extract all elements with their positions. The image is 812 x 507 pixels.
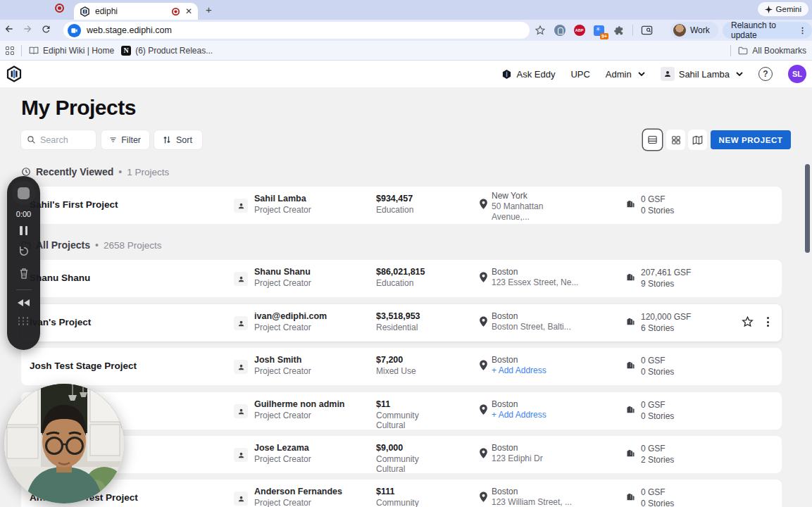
bookmark-product-releases[interactable]: N (6) Product Releas... [121, 46, 213, 56]
project-budget: $934,457 [376, 194, 443, 204]
relaunch-button[interactable]: Relaunch to update ⋮ [723, 22, 812, 39]
camera-in-use-icon[interactable] [68, 24, 81, 37]
recording-indicator-icon [55, 4, 64, 13]
extension-adblock-icon[interactable]: ABP [573, 25, 585, 37]
location-pin-icon [479, 272, 488, 286]
side-panel-icon[interactable] [641, 25, 653, 37]
rewind-button[interactable] [18, 299, 30, 306]
search-input[interactable] [40, 135, 89, 145]
toolbar-separator [632, 25, 633, 36]
pause-recording-button[interactable] [20, 226, 27, 235]
url-text: web.stage.ediphi.com [87, 25, 172, 35]
project-gsf: 0 GSF [641, 194, 674, 205]
bookmarks-right-separator [730, 45, 731, 56]
chevron-down-icon [638, 72, 645, 76]
creator-icon [234, 272, 248, 286]
tab-close-icon[interactable]: ✕ [185, 7, 192, 15]
add-address-link[interactable]: + Add Address [492, 365, 582, 375]
ask-eddy-button[interactable]: Ask Eddy [501, 69, 555, 80]
filter-button[interactable]: Filter [101, 130, 149, 149]
new-project-button[interactable]: NEW PROJECT [711, 130, 791, 149]
project-row[interactable]: Jose LezamaProject Creator $9,000Communi… [21, 436, 782, 473]
nav-upc[interactable]: UPC [570, 69, 589, 80]
reload-button[interactable] [37, 24, 55, 37]
location-pin-icon [479, 448, 488, 462]
extension-badge: 9+ [600, 33, 608, 39]
project-row[interactable]: Sahil's First Project Sahil LambaProject… [21, 187, 782, 224]
project-row[interactable]: Anderson's Test Project Anderson Fernand… [21, 480, 782, 507]
building-icon [625, 198, 636, 211]
chevron-down-icon [736, 72, 743, 76]
project-row[interactable]: Guilherme non adminProject Creator $11Co… [21, 392, 782, 430]
project-row[interactable]: Ivan's Project ivan@ediphi.comProject Cr… [21, 304, 782, 342]
bookmark-star-icon[interactable] [534, 25, 546, 37]
section-all-projects: All Projects • 2658 Projects [21, 239, 162, 251]
list-view-button[interactable] [643, 130, 662, 150]
tab-title: ediphi [95, 6, 166, 16]
extension-notifier-icon[interactable]: 9+ [593, 25, 605, 37]
stop-icon [18, 187, 30, 199]
bookmarks-separator [21, 45, 22, 56]
location-pin-icon [479, 199, 488, 213]
project-name[interactable]: Sahil's First Project [30, 199, 118, 210]
grid-view-button[interactable] [666, 130, 685, 150]
grid-view-icon [671, 135, 681, 145]
bookmark-ediphi-wiki[interactable]: Ediphi Wiki | Home [29, 46, 114, 56]
project-name[interactable]: Josh Test Stage Project [30, 361, 137, 371]
browser-tab[interactable]: ediphi ✕ [74, 3, 198, 20]
search-box[interactable] [21, 130, 96, 149]
extension-privacy-icon[interactable] [554, 25, 566, 37]
sort-button[interactable]: Sort [154, 130, 202, 149]
effects-icon[interactable] [18, 317, 30, 325]
row-menu-icon[interactable] [767, 317, 769, 327]
chrome-menu-icon[interactable]: ⋮ [799, 27, 806, 35]
back-button[interactable] [0, 23, 18, 37]
creator-icon [234, 448, 248, 462]
app-header: Ask Eddy UPC Admin Sahil Lamba ? SL [0, 61, 812, 87]
creator-icon [234, 199, 248, 213]
project-address: 50 Manhattan Avenue,... [492, 201, 582, 222]
profile-button[interactable]: Work [670, 22, 718, 39]
project-type: Education [376, 205, 443, 215]
building-icon [625, 359, 636, 373]
project-row[interactable]: Josh Test Stage Project Josh SmithProjec… [21, 348, 782, 385]
new-tab-button[interactable]: + [206, 4, 212, 15]
profile-label: Work [690, 25, 710, 35]
apps-grid-icon[interactable] [6, 46, 14, 55]
creator-icon [234, 360, 248, 374]
screen-recorder-toolbar: 0:00 [7, 176, 40, 350]
extensions-puzzle-icon[interactable] [613, 25, 625, 37]
scrollbar-thumb[interactable] [805, 164, 810, 253]
user-menu[interactable]: Sahil Lamba [661, 67, 743, 81]
all-bookmarks-button[interactable]: All Bookmarks [738, 46, 806, 56]
add-address-link[interactable]: + Add Address [492, 410, 582, 420]
address-bar[interactable]: web.stage.ediphi.com [63, 22, 530, 39]
restart-recording-button[interactable] [18, 245, 30, 258]
stop-recording-button[interactable] [12, 181, 36, 205]
toolbar-divider [16, 289, 32, 290]
person-icon [661, 67, 675, 81]
browser-tab-strip: ediphi ✕ + Gemini [0, 0, 812, 20]
notion-icon: N [121, 46, 131, 56]
forward-button[interactable] [18, 23, 37, 37]
recording-timer: 0:00 [16, 210, 31, 218]
creator-role: Project Creator [254, 205, 311, 215]
avatar[interactable]: SL [788, 65, 806, 83]
profile-avatar [673, 24, 686, 37]
creator-icon [234, 316, 248, 330]
project-row[interactable]: Shanu Shanu Shanu ShanuProject Creator $… [21, 260, 782, 297]
section-recently-viewed: Recently Viewed • 1 Projects [21, 166, 169, 177]
folder-icon [738, 46, 748, 55]
nav-admin[interactable]: Admin [606, 69, 645, 80]
ediphi-logo[interactable] [6, 65, 23, 85]
delete-recording-button[interactable] [18, 268, 30, 280]
webcam-overlay[interactable] [4, 384, 124, 503]
gemini-button[interactable]: Gemini [758, 2, 808, 16]
list-view-icon [647, 134, 658, 145]
favorite-star-icon[interactable] [741, 315, 754, 328]
ediphi-favicon-icon [80, 6, 90, 17]
creator-icon [234, 492, 248, 506]
creator-icon [234, 404, 248, 418]
help-button[interactable]: ? [758, 67, 773, 81]
map-view-button[interactable] [688, 130, 707, 150]
